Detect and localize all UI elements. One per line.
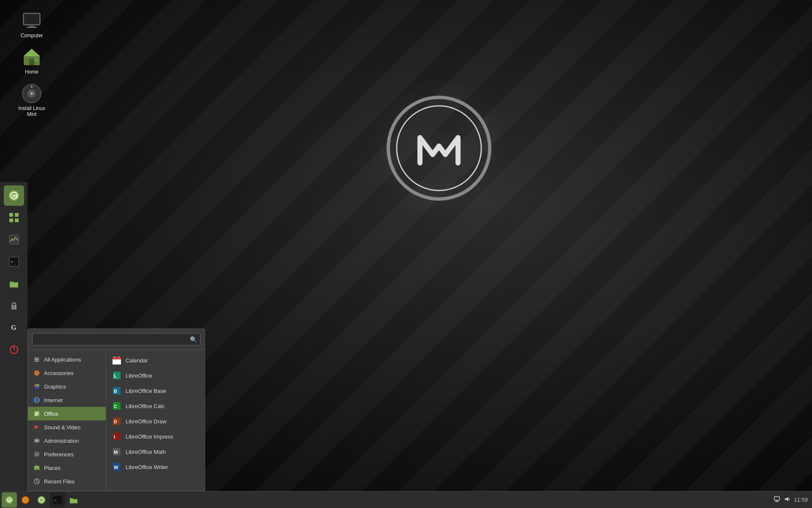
computer-icon-img (22, 11, 42, 31)
lo-writer-icon: W (112, 462, 121, 472)
sidebar-files[interactable] (4, 273, 24, 294)
libreoffice-icon: L (112, 371, 121, 380)
sidebar-mintmenu[interactable]: m (4, 185, 24, 206)
all-icon: ⊞ (33, 356, 41, 363)
taskbar-mintmenu[interactable]: m (2, 492, 17, 508)
svg-marker-79 (785, 497, 788, 501)
sidebar-lock[interactable] (4, 295, 24, 316)
computer-icon[interactable]: Computer (13, 8, 51, 41)
svg-rect-7 (29, 59, 34, 65)
category-recent[interactable]: Recent Files (28, 475, 106, 488)
clock: 11:59 (794, 497, 808, 503)
install-label: Install Linux Mint (15, 105, 49, 117)
svg-rect-5 (27, 27, 37, 28)
svg-text:W: W (114, 465, 118, 470)
svg-text:m: m (12, 193, 17, 199)
apps-list: Calendar L LibreOffice B LibreOffice Bas… (106, 350, 205, 491)
taskbar: m >_ 11:59 (0, 491, 812, 508)
sidebar-sysmon[interactable] (4, 229, 24, 250)
category-internet[interactable]: Internet (28, 393, 106, 407)
app-lo-impress[interactable]: I LibreOffice Impress (106, 429, 205, 444)
category-all[interactable]: ⊞ All Applications (28, 353, 106, 366)
search-container: 🔍 (32, 333, 200, 345)
mint-logo (384, 93, 494, 203)
svg-rect-23 (35, 412, 38, 413)
graphics-icon (33, 383, 41, 390)
sidebar-grub[interactable]: G (4, 318, 24, 338)
taskbar-right: 11:59 (769, 496, 812, 504)
sound-video-icon (33, 423, 41, 431)
svg-point-29 (36, 440, 38, 442)
svg-rect-3 (24, 14, 39, 24)
svg-rect-37 (118, 356, 119, 358)
svg-point-30 (36, 453, 38, 456)
svg-rect-76 (774, 497, 779, 500)
svg-rect-55 (9, 213, 13, 217)
computer-label: Computer (21, 33, 43, 39)
desktop-icons: Computer Home (13, 8, 51, 119)
svg-marker-8 (23, 49, 40, 56)
svg-point-72 (38, 496, 45, 504)
svg-text:m: m (8, 498, 11, 502)
home-icon-img (22, 47, 42, 67)
recent-icon (33, 478, 41, 485)
category-graphics[interactable]: Graphics (28, 380, 106, 393)
taskbar-mintmenu2[interactable] (34, 492, 49, 508)
category-preferences[interactable]: Preferences (28, 447, 106, 461)
app-lo-calc[interactable]: C LibreOffice Calc (106, 398, 205, 414)
search-input[interactable] (32, 333, 200, 345)
svg-rect-58 (15, 218, 19, 222)
calendar-icon (112, 356, 121, 365)
taskbar-terminal[interactable]: >_ (50, 492, 65, 508)
category-administration[interactable]: Administration (28, 434, 106, 447)
svg-rect-28 (36, 438, 38, 439)
administration-icon (33, 437, 41, 444)
svg-point-12 (30, 92, 33, 95)
categories-panel: ⊞ All Applications Accessories (28, 350, 106, 491)
app-calendar[interactable]: Calendar (106, 353, 205, 368)
svg-rect-4 (29, 25, 34, 27)
app-lo-draw[interactable]: D LibreOffice Draw (106, 414, 205, 429)
home-label: Home (25, 69, 38, 75)
svg-text:>_: >_ (11, 259, 16, 265)
taskbar-left: m >_ (0, 492, 83, 508)
sidebar-appgrid[interactable] (4, 207, 24, 228)
svg-rect-56 (15, 213, 19, 217)
svg-point-63 (13, 306, 15, 308)
svg-rect-31 (36, 468, 38, 470)
lo-impress-icon: I (112, 432, 121, 441)
lo-math-icon: M (112, 447, 121, 456)
lo-draw-icon: D (112, 417, 121, 426)
svg-rect-57 (9, 218, 13, 222)
category-office[interactable]: Office (28, 407, 106, 420)
category-sound-video[interactable]: Sound & Video (28, 420, 106, 434)
preferences-icon (33, 450, 41, 458)
places-icon (33, 464, 41, 472)
desktop: Computer Home (0, 0, 812, 508)
install-icon[interactable]: Install Linux Mint (13, 81, 51, 119)
sidebar-terminal[interactable]: >_ (4, 251, 24, 272)
svg-point-71 (25, 499, 27, 501)
svg-rect-34 (112, 359, 121, 364)
app-lo-math[interactable]: M LibreOffice Math (106, 444, 205, 459)
sidebar-power[interactable] (4, 340, 24, 360)
internet-icon (33, 396, 41, 404)
app-lo-writer[interactable]: W LibreOffice Writer (106, 459, 205, 475)
taskbar-firefox[interactable] (18, 492, 33, 508)
taskbar-files[interactable] (66, 492, 81, 508)
svg-text:I: I (114, 434, 115, 439)
office-icon (33, 410, 41, 417)
svg-text:L: L (114, 373, 117, 379)
app-lo-base[interactable]: B LibreOffice Base (106, 383, 205, 398)
category-accessories[interactable]: Accessories (28, 366, 106, 380)
svg-rect-36 (114, 356, 115, 358)
svg-rect-9 (34, 58, 38, 61)
sidebar: m >_ G (0, 182, 27, 491)
svg-text:M: M (114, 450, 118, 455)
category-places[interactable]: Places (28, 461, 106, 475)
network-icon (774, 496, 780, 504)
app-libreoffice[interactable]: L LibreOffice (106, 368, 205, 383)
accessories-icon (33, 369, 41, 377)
home-icon[interactable]: Home (13, 45, 51, 77)
lo-calc-icon: C (112, 401, 121, 411)
